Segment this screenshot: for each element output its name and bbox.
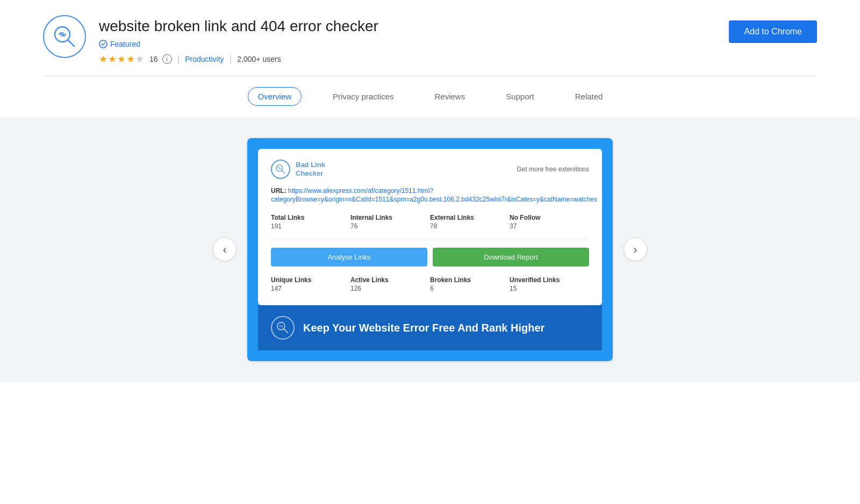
url-value[interactable]: https://www.aliexpress.com/af/category/1… [271, 187, 597, 204]
star-3: ★ [117, 54, 126, 64]
svg-line-1 [68, 40, 74, 46]
popup-inner: Bad LinkChecker Get more free extenition… [258, 149, 602, 306]
stat-active-links: Active Links 126 [350, 274, 430, 294]
popup-brand: Bad LinkChecker [296, 161, 325, 177]
popup-logo: Bad LinkChecker [271, 160, 325, 179]
tab-privacy[interactable]: Privacy practices [323, 88, 403, 105]
star-5: ★ [135, 54, 144, 64]
stars: ★ ★ ★ ★ ★ [99, 54, 144, 64]
stat-no-follow: No Follow 37 [510, 212, 589, 232]
stat-internal-links: Internal Links 76 [350, 212, 430, 232]
analyse-links-button[interactable]: Analyse Links [271, 248, 427, 267]
tab-related[interactable]: Related [565, 88, 613, 105]
nav-tabs: Overview Privacy practices Reviews Suppo… [0, 76, 860, 117]
carousel-next-button[interactable]: › [624, 237, 647, 261]
featured-icon [99, 40, 108, 48]
banner-icon [271, 316, 295, 340]
popup-logo-icon [271, 160, 290, 179]
stat-broken-links: Broken Links 6 [430, 274, 510, 294]
popup-stats-grid-1: Total Links 191 Internal Links 76 Extern… [271, 212, 589, 240]
url-label: URL: [271, 187, 286, 195]
popup-url: URL: https://www.aliexpress.com/af/categ… [271, 186, 589, 205]
carousel-prev-button[interactable]: ‹ [213, 237, 236, 261]
svg-line-7 [284, 329, 288, 333]
stat-unique-links: Unique Links 147 [271, 274, 350, 294]
rating-count: 16 [149, 55, 158, 63]
popup-bottom-banner: Keep Your Website Error Free And Rank Hi… [258, 305, 602, 350]
category-link[interactable]: Productivity [185, 55, 224, 63]
popup-stats-grid-2: Unique Links 147 Active Links 126 Broken… [271, 274, 589, 294]
stat-external-links: External Links 78 [430, 212, 510, 232]
users-count: 2,000+ users [237, 55, 281, 63]
extension-details: website broken link and 404 error checke… [99, 15, 378, 65]
tab-reviews[interactable]: Reviews [425, 88, 475, 105]
star-1: ★ [99, 54, 108, 64]
tab-support[interactable]: Support [496, 88, 544, 105]
carousel-wrapper: ‹ [0, 138, 860, 362]
star-4: ★ [126, 54, 135, 64]
add-to-chrome-button[interactable]: Add to Chrome [729, 20, 817, 43]
popup-container: Bad LinkChecker Get more free extenition… [247, 138, 613, 362]
download-report-button[interactable]: Download Report [433, 248, 589, 267]
content-area: ‹ [0, 117, 860, 383]
stat-total-links: Total Links 191 [271, 212, 350, 232]
divider-v: | [177, 54, 180, 65]
info-icon[interactable]: i [162, 54, 172, 64]
banner-text: Keep Your Website Error Free And Rank Hi… [303, 322, 544, 334]
extension-title: website broken link and 404 error checke… [99, 17, 378, 35]
rating-row: ★ ★ ★ ★ ★ 16 i | Productivity | 2,000+ u… [99, 54, 378, 65]
extension-icon [43, 15, 86, 58]
popup-more-link[interactable]: Get more free extenitions [517, 165, 589, 173]
star-2: ★ [108, 54, 117, 64]
featured-badge[interactable]: Featured [99, 40, 140, 48]
screenshot-card: Bad LinkChecker Get more free extenition… [247, 138, 613, 362]
stat-unverified-links: Unverified Links 15 [510, 274, 589, 294]
divider-v2: | [230, 54, 232, 65]
popup-header: Bad LinkChecker Get more free extenition… [271, 160, 589, 179]
svg-line-5 [282, 170, 285, 174]
popup-buttons: Analyse Links Download Report [271, 248, 589, 267]
tab-overview[interactable]: Overview [248, 87, 302, 106]
